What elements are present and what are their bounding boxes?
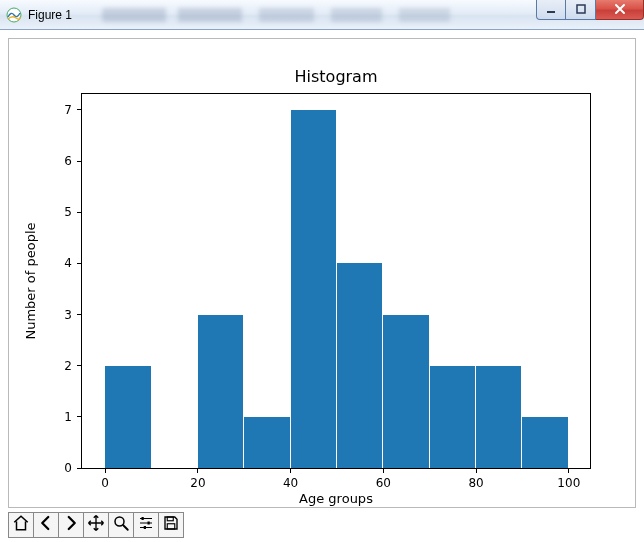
back-button[interactable] bbox=[33, 512, 59, 538]
minimize-button[interactable] bbox=[536, 0, 566, 20]
home-button[interactable] bbox=[8, 512, 34, 538]
svg-rect-6 bbox=[144, 526, 146, 529]
histogram-bar bbox=[198, 315, 243, 468]
save-button[interactable] bbox=[158, 512, 184, 538]
y-tick-label: 5 bbox=[64, 205, 72, 219]
pan-button[interactable] bbox=[83, 512, 109, 538]
svg-rect-7 bbox=[167, 517, 173, 521]
figure-canvas[interactable]: Histogram Number of people 0123456702040… bbox=[8, 38, 636, 508]
y-tick-label: 6 bbox=[64, 154, 72, 168]
move-icon bbox=[87, 514, 105, 536]
x-tick-label: 60 bbox=[376, 476, 391, 490]
y-tick-label: 7 bbox=[64, 103, 72, 117]
histogram-bar bbox=[337, 263, 382, 468]
y-tick-label: 1 bbox=[64, 410, 72, 424]
histogram-bar bbox=[291, 110, 336, 468]
titlebar-blur bbox=[102, 8, 526, 22]
arrow-left-icon bbox=[37, 514, 55, 536]
y-tick-label: 2 bbox=[64, 359, 72, 373]
histogram-bar bbox=[476, 366, 521, 468]
x-tick-label: 20 bbox=[190, 476, 205, 490]
histogram-bar bbox=[522, 417, 567, 468]
zoom-icon bbox=[112, 514, 130, 536]
forward-button[interactable] bbox=[58, 512, 84, 538]
x-tick-label: 0 bbox=[101, 476, 109, 490]
histogram-bar bbox=[244, 417, 289, 468]
sliders-icon bbox=[137, 514, 155, 536]
y-tick-label: 3 bbox=[64, 308, 72, 322]
x-axis-label: Age groups bbox=[81, 491, 591, 506]
configure-button[interactable] bbox=[133, 512, 159, 538]
save-icon bbox=[162, 514, 180, 536]
y-tick-label: 4 bbox=[64, 256, 72, 270]
y-tick-label: 0 bbox=[64, 461, 72, 475]
histogram-bar bbox=[383, 315, 428, 468]
window-title: Figure 1 bbox=[28, 8, 72, 22]
zoom-button[interactable] bbox=[108, 512, 134, 538]
svg-rect-2 bbox=[577, 5, 585, 13]
x-tick-label: 40 bbox=[283, 476, 298, 490]
chart-title: Histogram bbox=[81, 67, 591, 86]
close-button[interactable] bbox=[596, 0, 644, 20]
svg-rect-1 bbox=[547, 11, 555, 13]
home-icon bbox=[12, 514, 30, 536]
svg-rect-4 bbox=[142, 517, 144, 520]
y-axis-label: Number of people bbox=[23, 93, 41, 469]
window-titlebar: Figure 1 bbox=[0, 0, 644, 30]
plot-area: 01234567020406080100 bbox=[81, 93, 591, 469]
arrow-right-icon bbox=[62, 514, 80, 536]
svg-rect-8 bbox=[167, 524, 175, 529]
svg-rect-5 bbox=[148, 522, 150, 525]
nav-toolbar bbox=[8, 512, 184, 538]
x-tick-label: 100 bbox=[557, 476, 580, 490]
maximize-button[interactable] bbox=[566, 0, 596, 20]
histogram-bar bbox=[430, 366, 475, 468]
x-tick-label: 80 bbox=[468, 476, 483, 490]
app-icon bbox=[6, 7, 22, 23]
histogram-bar bbox=[105, 366, 150, 468]
